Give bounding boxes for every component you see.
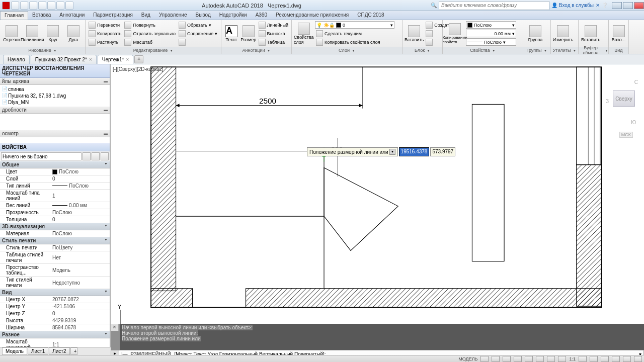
prop-transp-value[interactable]: ПоСлою: [50, 209, 110, 216]
qat-open[interactable]: [20, 2, 28, 10]
prop-group-misc[interactable]: Разное▼: [0, 331, 110, 338]
panel-util-label[interactable]: Утилиты▼: [551, 47, 578, 54]
insert-block-button[interactable]: Вставить: [405, 22, 424, 46]
chevron-down-icon[interactable]: ▾: [389, 149, 395, 155]
qat-new[interactable]: [11, 2, 19, 10]
doc-add-button[interactable]: +: [134, 55, 143, 63]
panel-props-label[interactable]: Свойства▼: [443, 47, 523, 54]
close-icon[interactable]: ×: [126, 57, 129, 62]
details-section[interactable]: дробности▬: [0, 107, 110, 114]
tab-view[interactable]: Вид: [137, 11, 155, 20]
tab-home[interactable]: Главная: [0, 11, 28, 20]
login-link[interactable]: 👤 Вход в службы: [551, 3, 594, 8]
customize-button[interactable]: [634, 356, 642, 362]
leader-button[interactable]: Выноска: [258, 30, 289, 37]
dim-button[interactable]: Размер: [240, 22, 257, 46]
tab-a360[interactable]: A360: [252, 11, 272, 20]
prop-lweight-value[interactable]: 0.00 мм: [50, 202, 110, 209]
stretch-button[interactable]: Растянуть: [88, 38, 122, 46]
panel-layers-label[interactable]: Слои▼: [292, 47, 402, 54]
model-indicator[interactable]: МОДЕЛЬ: [458, 356, 477, 361]
doc-tab-drawing1[interactable]: Чертеж1*×: [98, 55, 133, 64]
panel-modify-label[interactable]: Редактирование▼: [86, 47, 221, 54]
text-button[interactable]: AТекст: [223, 22, 239, 46]
cleanscreen-button[interactable]: [623, 356, 631, 362]
snap-toggle[interactable]: [492, 356, 500, 362]
fillet-button[interactable]: Сопряжение ▾: [178, 30, 218, 37]
tab-output[interactable]: Вывод: [192, 11, 215, 20]
p-ps-val[interactable]: ПоЦвету: [50, 244, 110, 251]
polyline-button[interactable]: Полилиния: [22, 22, 42, 46]
lwt-toggle[interactable]: [547, 356, 555, 362]
qat-save[interactable]: [29, 2, 37, 10]
table-button[interactable]: Таблица: [258, 38, 289, 46]
prop-thick-value[interactable]: 0: [50, 216, 110, 223]
preview-section[interactable]: осмотр▬: [0, 130, 110, 137]
viewcube[interactable]: С З Ю Сверху МСК: [609, 68, 639, 129]
circle-button[interactable]: Круг: [43, 22, 62, 46]
anno-scale[interactable]: 1:1: [569, 356, 576, 361]
model-tab[interactable]: Модель: [2, 347, 27, 355]
layer-combo[interactable]: 💡☀️🔒 0 ▾: [315, 21, 394, 29]
array-button[interactable]: [178, 38, 218, 46]
prop-group-3d[interactable]: 3D-визуализация▼: [0, 223, 110, 230]
help-icon[interactable]: ❔: [602, 3, 608, 8]
exchange-icon[interactable]: ✕: [596, 3, 600, 8]
prop-mat-value[interactable]: ПоСлою: [50, 230, 110, 237]
isolate-button[interactable]: [601, 356, 609, 362]
p-psp-val[interactable]: Модель: [50, 264, 110, 276]
select-button[interactable]: [92, 152, 100, 160]
qat-saveas[interactable]: [38, 2, 46, 10]
panel-group-label[interactable]: Группы▼: [523, 47, 550, 54]
base-button[interactable]: Базо...: [611, 22, 626, 46]
doc-tab-pushkina[interactable]: Пушкина 32 Проект 2*×: [31, 55, 97, 64]
pickadd-button[interactable]: [83, 152, 91, 160]
dynamic-y-input[interactable]: 573.9797: [430, 147, 455, 156]
tab-insert[interactable]: Вставка: [28, 11, 55, 20]
close-icon[interactable]: ×: [89, 57, 92, 62]
copy-button[interactable]: Копировать: [88, 30, 122, 37]
line-button[interactable]: Отрезок: [2, 22, 21, 46]
layout-add-button[interactable]: +: [70, 347, 77, 355]
p-cy-val[interactable]: -421.5106: [50, 303, 110, 310]
transp-toggle[interactable]: [558, 356, 566, 362]
prop-color-value[interactable]: ПоСлою: [50, 168, 110, 175]
move-button[interactable]: Перенести: [88, 21, 122, 29]
qat-print[interactable]: [47, 2, 55, 10]
matchprop-button[interactable]: Копирование свойств: [445, 22, 465, 46]
file-item[interactable]: Dlya_MN: [2, 99, 108, 106]
grid-toggle[interactable]: [480, 356, 489, 362]
layout2-tab[interactable]: Лист2: [49, 347, 69, 355]
trim-button[interactable]: Обрезать ▾: [178, 21, 218, 29]
prop-group-general[interactable]: Общие▼: [0, 161, 110, 168]
ortho-toggle[interactable]: [503, 356, 511, 362]
layer-props-button[interactable]: Свойства слоя: [294, 22, 314, 46]
qat-redo[interactable]: [65, 2, 73, 10]
make-current-button[interactable]: Сделать текущим: [315, 30, 395, 37]
tab-spds[interactable]: СПДС 2018: [353, 11, 388, 20]
polar-toggle[interactable]: [514, 356, 522, 362]
selection-combo[interactable]: [1, 152, 82, 160]
scale-button[interactable]: Масштаб: [123, 38, 177, 46]
panel-annot-label[interactable]: Аннотации▼: [221, 47, 291, 54]
drawing-canvas[interactable]: [-][Сверху][2D-каркас]: [111, 64, 644, 351]
linetype-combo[interactable]: ПоСлою ▾: [466, 38, 516, 46]
p-h-val[interactable]: 4429.9319: [50, 317, 110, 324]
qat-undo[interactable]: [56, 2, 64, 10]
layout1-tab[interactable]: Лист1: [28, 347, 48, 355]
minimize-button[interactable]: [612, 2, 622, 9]
tab-param[interactable]: Параметризация: [89, 11, 137, 20]
color-combo[interactable]: ПоСлою▾: [466, 21, 516, 29]
tab-addins[interactable]: Надстройки: [215, 11, 252, 20]
file-item[interactable]: спинка: [2, 86, 108, 93]
otrack-toggle[interactable]: [536, 356, 544, 362]
tab-featured[interactable]: Рекомендованные приложения: [272, 11, 353, 20]
paste-button[interactable]: Вставить: [581, 22, 601, 46]
tab-annot[interactable]: Аннотации: [55, 11, 89, 20]
app-menu-button[interactable]: [2, 2, 10, 10]
doc-tab-start[interactable]: Начало: [3, 55, 30, 64]
measure-button[interactable]: Измерить: [553, 22, 573, 46]
osnap-toggle[interactable]: [525, 356, 533, 362]
prop-linetype-value[interactable]: ПоСлою: [50, 183, 110, 189]
p-cz-val[interactable]: 0: [50, 310, 110, 317]
